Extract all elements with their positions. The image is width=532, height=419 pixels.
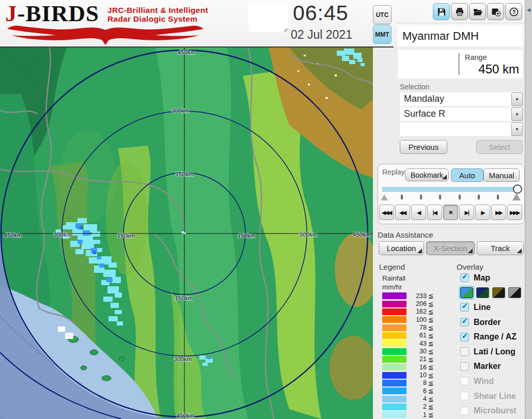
chevron-down-icon[interactable]: ▼ — [511, 107, 523, 121]
timezone-utc-button[interactable]: UTC — [373, 5, 392, 24]
legend-value: 16 — [406, 364, 428, 371]
legend-leq-sign: ≦ — [428, 324, 433, 332]
previous-button[interactable]: Previous — [400, 140, 447, 154]
station-name-box: Myanmar DMH — [398, 26, 523, 46]
checkbox-line[interactable]: ✓ — [460, 303, 469, 312]
timezone-mmt-button[interactable]: MMT — [373, 25, 392, 44]
map-style-terrain[interactable] — [460, 287, 473, 298]
legend-row: 100≦ — [382, 316, 444, 323]
manual-mode-button[interactable]: Manual — [483, 168, 520, 182]
print-icon — [455, 7, 465, 17]
radar-map-viewport: 450km300km150km450km300km150km150km300km… — [0, 48, 373, 419]
overlay-label-line: Line — [474, 303, 491, 312]
bookmark-button[interactable]: Bookmark — [405, 168, 449, 181]
checkbox-microburst[interactable] — [460, 407, 469, 415]
legend-value: 6 — [406, 387, 428, 395]
site-dropdown[interactable]: Mandalay ▼ — [400, 92, 523, 106]
open-file-button[interactable] — [469, 3, 486, 20]
map-style-gray[interactable] — [508, 287, 521, 298]
legend-color-swatch — [382, 372, 406, 379]
legend-color-swatch — [382, 380, 406, 386]
track-button[interactable]: Track — [477, 241, 524, 255]
play-button[interactable]: ▶ — [475, 205, 490, 220]
overlay-title: Overlay — [457, 262, 483, 271]
ring-label: 450km — [353, 231, 371, 238]
panel-splitter[interactable]: ◀ — [525, 0, 532, 419]
step-back-button[interactable]: |◀ — [427, 205, 442, 220]
legend-color-swatch — [382, 387, 406, 394]
check-icon: ✓ — [462, 317, 468, 325]
range-box: Range 450 km — [398, 50, 523, 79]
legend-row: 162≦ — [382, 308, 444, 316]
rainfall-legend: 233≦206≦162≦100≦78≦61≦43≦30≦21≦16≦10≦8≦6… — [382, 292, 444, 419]
overlay-label-microburst: Microburst — [474, 406, 517, 415]
overlay-row-map: ✓Map — [460, 271, 523, 286]
step-forward-button[interactable]: ▶| — [459, 205, 474, 220]
legend-value: 78 — [406, 324, 428, 331]
chevron-down-icon[interactable]: ▼ — [511, 122, 523, 136]
location-button[interactable]: Location — [379, 241, 424, 255]
legend-value: 100 — [406, 316, 428, 323]
resize-grip-icon — [283, 27, 287, 32]
map-style-dark[interactable] — [476, 287, 489, 298]
legend-unit-line1: Rainfall — [382, 274, 405, 282]
play-reverse-button[interactable]: ◀ — [411, 205, 426, 220]
save-icon — [436, 7, 447, 17]
checkbox-lati-long[interactable] — [460, 347, 469, 356]
logo-subtitle: JRC-Brilliant & Intelligent Radar Dialog… — [107, 6, 208, 23]
print-button[interactable] — [451, 3, 468, 20]
checkbox-border[interactable]: ✓ — [460, 318, 469, 327]
eagle-icon — [7, 24, 204, 45]
legend-row: 6≦ — [382, 387, 444, 395]
jump-end-button[interactable]: ▶▶▶ — [507, 205, 522, 220]
check-icon: ✓ — [462, 332, 468, 340]
auto-mode-button[interactable]: Auto — [451, 168, 483, 182]
overlay-label-wind: Wind — [474, 377, 494, 386]
product-dropdown[interactable]: Surface R ▼ — [400, 107, 523, 121]
legend-row: 10≦ — [382, 371, 444, 379]
overlay-row-line: ✓Line — [460, 300, 523, 315]
range-value: 450 km — [460, 62, 519, 76]
replay-timeline-track[interactable] — [382, 187, 521, 192]
replay-timeline-handle[interactable] — [513, 184, 522, 194]
legend-leq-sign: ≦ — [428, 308, 433, 316]
jump-start-button[interactable]: ◀◀◀ — [379, 205, 394, 220]
radar-map[interactable]: 450km300km150km450km300km150km150km300km… — [0, 48, 373, 419]
logo-title-rest: -BIRDS — [18, 1, 100, 26]
checkbox-map[interactable]: ✓ — [460, 273, 469, 282]
legend-color-swatch — [382, 301, 406, 307]
fast-forward-button[interactable]: ▶▶ — [491, 205, 506, 220]
timeline-tick — [420, 195, 422, 199]
x-section-button[interactable]: X-Section — [426, 241, 475, 255]
timeline-start-marker — [381, 194, 388, 200]
chevron-down-icon[interactable]: ▼ — [511, 92, 523, 106]
stop-button[interactable]: ■ — [443, 205, 458, 220]
add-window-button[interactable] — [487, 3, 504, 20]
legend-leq-sign: ≦ — [428, 371, 433, 379]
legend-value: 162 — [406, 308, 428, 315]
map-style-row — [460, 286, 523, 301]
checkbox-shear-line[interactable] — [460, 392, 469, 400]
legend-leq-sign: ≦ — [428, 292, 433, 300]
save-button[interactable] — [433, 3, 450, 20]
legend-value: 1 — [406, 411, 428, 418]
data-assistance-label: Data Assistance — [378, 230, 433, 239]
legend-color-swatch — [382, 292, 406, 299]
overlay-row-microburst: Microburst — [460, 404, 523, 418]
legend-row: 43≦ — [382, 339, 444, 347]
legend-title: Legend — [379, 262, 405, 271]
map-style-olive[interactable] — [492, 287, 505, 298]
legend-value: 4 — [406, 395, 428, 402]
checkbox-range-az[interactable]: ✓ — [460, 333, 469, 342]
checkbox-marker[interactable] — [460, 362, 469, 371]
extra-dropdown[interactable]: ▼ — [400, 122, 523, 136]
select-button[interactable]: Select — [476, 140, 523, 154]
legend-row: 233≦ — [382, 292, 444, 300]
help-button[interactable]: ? — [505, 3, 522, 20]
checkbox-wind[interactable] — [460, 377, 469, 385]
replay-label: Replay — [382, 168, 405, 176]
ring-label: 150km — [238, 232, 256, 239]
legend-value: 30 — [406, 348, 428, 355]
fast-rewind-button[interactable]: ◀◀ — [395, 205, 410, 220]
legend-color-swatch — [382, 364, 406, 370]
